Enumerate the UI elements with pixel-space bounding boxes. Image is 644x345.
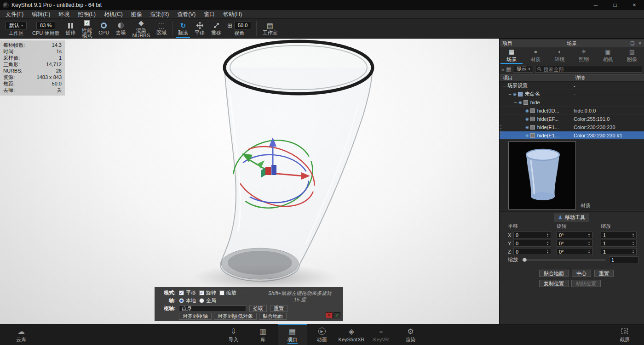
cancel-move-button[interactable]: × bbox=[326, 312, 333, 318]
workspace-selector[interactable]: 默认▾ 工作区 bbox=[3, 19, 29, 38]
tree-row-part[interactable]: ◉ hide(E1... Color:230:230:230 bbox=[500, 123, 644, 131]
menu-image[interactable]: 图像 bbox=[127, 11, 146, 18]
pause-button[interactable]: 暂停 bbox=[62, 19, 79, 38]
performance-mode-button[interactable]: ✓ 性能模式 bbox=[79, 19, 95, 38]
snap-to-ground-button[interactable]: 贴合地面 bbox=[259, 313, 287, 320]
copy-position-button[interactable]: 复制位置 bbox=[539, 280, 569, 287]
menu-camera[interactable]: 相机(C) bbox=[100, 11, 127, 18]
tree-row-model[interactable]: − ◉ 未命名 - bbox=[500, 90, 644, 98]
screenshot-button[interactable]: 截屏 bbox=[610, 324, 639, 345]
tab-material[interactable]: ● 材质 bbox=[523, 47, 547, 64]
align-to-pivot-button[interactable]: 对齐到枢轴 bbox=[179, 313, 212, 320]
tumble-button[interactable]: ↻ 翻滚 bbox=[175, 19, 191, 38]
animation-button[interactable]: ▶ 动画 bbox=[307, 324, 337, 345]
spinner-arrows-icon[interactable]: ▴▾ bbox=[631, 233, 635, 238]
slider-thumb[interactable] bbox=[523, 258, 527, 262]
spinner-arrows-icon[interactable]: ▴▾ bbox=[546, 233, 550, 238]
pivot-input[interactable] bbox=[179, 305, 246, 312]
rotate-z-input[interactable]: 0°▴▾ bbox=[557, 248, 592, 255]
visibility-eye-icon[interactable]: ◉ bbox=[513, 92, 517, 96]
panel-splitter-handle[interactable] bbox=[500, 125, 501, 135]
rotate-y-input[interactable]: 0°▴▾ bbox=[557, 240, 592, 247]
cpu-usage-selector[interactable]: 83 % CPU 使用量 bbox=[29, 19, 62, 38]
tree-row-part[interactable]: ◉ hide(0D... hide:0:0:0 bbox=[500, 107, 644, 115]
list-view-icon[interactable]: ▦ bbox=[506, 66, 511, 73]
expander-icon[interactable]: − bbox=[507, 91, 513, 97]
project-button[interactable]: ▤ 项目 bbox=[278, 324, 307, 345]
close-panel-icon[interactable]: × bbox=[638, 41, 641, 46]
pan-button[interactable]: 平移 bbox=[191, 19, 208, 38]
tab-environment[interactable]: ◐ 环境 bbox=[548, 47, 572, 64]
spinner-arrows-icon[interactable]: ▴▾ bbox=[587, 241, 591, 246]
rotate-checkbox[interactable]: ✓旋转 bbox=[199, 289, 216, 296]
menu-view[interactable]: 查看(V) bbox=[173, 11, 200, 18]
region-button[interactable]: 区域 bbox=[153, 19, 170, 38]
search-input[interactable] bbox=[543, 67, 640, 72]
scale-checkbox[interactable]: 缩放 bbox=[219, 289, 236, 296]
transform-gizmo[interactable] bbox=[209, 128, 338, 225]
tab-image[interactable]: ▨ 图像 bbox=[620, 47, 644, 64]
material-section-label[interactable]: 材质 bbox=[581, 202, 591, 209]
cpu-button[interactable]: CPU bbox=[95, 19, 112, 38]
visibility-eye-icon[interactable]: ◉ bbox=[518, 100, 522, 105]
center-button[interactable]: 中心 bbox=[572, 270, 591, 277]
global-radio[interactable]: 全局 bbox=[199, 297, 216, 304]
paste-position-button[interactable]: 粘贴位置 bbox=[571, 280, 601, 287]
confirm-move-button[interactable]: ✓ bbox=[334, 312, 340, 318]
tab-lighting[interactable]: ☀ 照明 bbox=[572, 47, 596, 64]
spinner-arrows-icon[interactable]: ▴▾ bbox=[546, 249, 550, 254]
rotate-x-input[interactable]: 0°▴▾ bbox=[557, 232, 592, 238]
spinner-arrows-icon[interactable]: ▴▾ bbox=[587, 249, 591, 254]
translate-z-input[interactable]: 0▴▾ bbox=[513, 248, 551, 255]
cloud-library-button[interactable]: ☁ 云库 bbox=[6, 324, 36, 345]
minimize-button[interactable]: ─ bbox=[586, 0, 605, 10]
scale-slider-value-input[interactable] bbox=[609, 256, 638, 263]
tab-camera[interactable]: ▣ 相机 bbox=[596, 47, 620, 64]
translate-y-input[interactable]: 0▴▾ bbox=[513, 240, 551, 247]
scale-slider[interactable] bbox=[522, 260, 605, 260]
spinner-arrows-icon[interactable]: ▴▾ bbox=[546, 241, 550, 246]
column-item[interactable]: 项目 bbox=[500, 74, 572, 81]
show-filter-button[interactable]: 显示 ▾ bbox=[513, 66, 533, 73]
denoise-button[interactable]: 去噪 bbox=[113, 19, 129, 38]
scale-z-input[interactable]: 1▴▾ bbox=[601, 248, 637, 255]
tree-row-scene-settings[interactable]: − 场景设置 - bbox=[500, 82, 644, 90]
reset-pivot-button[interactable]: 重置 bbox=[270, 305, 288, 312]
close-button[interactable]: × bbox=[625, 0, 644, 10]
render-nurbs-button[interactable]: ◆ 渲染NURBS bbox=[129, 19, 154, 38]
menu-environment[interactable]: 环境 bbox=[54, 11, 74, 18]
import-button[interactable]: ⇩ 导入 bbox=[219, 324, 248, 345]
menu-window[interactable]: 窗口 bbox=[200, 11, 219, 18]
column-detail[interactable]: 详情 bbox=[572, 74, 585, 81]
snap-to-ground-button[interactable]: 贴合地面 bbox=[539, 270, 569, 277]
tree-row-part[interactable]: ◉ hide(EF... Color:255:191:0 bbox=[500, 115, 644, 123]
reset-button[interactable]: 重置 bbox=[594, 270, 614, 277]
tree-row-group[interactable]: − ◉ hide bbox=[500, 98, 644, 107]
tab-scene[interactable]: ▦ 场景 bbox=[500, 47, 523, 64]
move-tool-header-button[interactable]: ♟ 移动工具 bbox=[554, 214, 589, 221]
selection-preview-thumbnail[interactable] bbox=[508, 141, 576, 209]
keyshotxr-button[interactable]: ◈ KeyShotXR bbox=[337, 324, 367, 345]
visibility-eye-icon[interactable]: ◉ bbox=[525, 125, 529, 130]
maximize-button[interactable]: □ bbox=[605, 0, 625, 10]
align-to-lower-button[interactable]: 对齐到较低对象 bbox=[214, 313, 257, 320]
translate-x-input[interactable]: 0▴▾ bbox=[513, 232, 551, 238]
visibility-eye-icon[interactable]: ◉ bbox=[525, 108, 529, 113]
visibility-eye-icon[interactable]: ◉ bbox=[525, 117, 529, 121]
spinner-arrows-icon[interactable]: ▴▾ bbox=[631, 249, 635, 254]
menu-file[interactable]: 文件(F) bbox=[1, 11, 28, 18]
menu-render[interactable]: 渲染(R) bbox=[146, 11, 173, 18]
scale-y-input[interactable]: 1▴▾ bbox=[601, 240, 637, 247]
render-button[interactable]: ⚙ 渲染 bbox=[396, 324, 425, 345]
expander-icon[interactable]: − bbox=[501, 83, 507, 89]
viewport-3d[interactable]: 每秒帧数:14.3 时间:1s 采样值:1 三角形:14,712 NURBS:2… bbox=[0, 39, 499, 324]
dolly-button[interactable]: 推移 bbox=[208, 19, 224, 38]
fov-control[interactable]: ⊞50.0 视角 bbox=[224, 19, 254, 38]
spinner-arrows-icon[interactable]: ▴▾ bbox=[587, 233, 591, 238]
studio-button[interactable]: ▤ 工作室 bbox=[259, 19, 281, 38]
menu-edit[interactable]: 编辑(E) bbox=[28, 11, 54, 18]
library-button[interactable]: ▥ 库 bbox=[248, 324, 278, 345]
visibility-eye-icon[interactable]: ◉ bbox=[525, 133, 529, 138]
translate-checkbox[interactable]: ✓平移 bbox=[179, 289, 196, 296]
float-panel-icon[interactable]: ❏ bbox=[630, 41, 634, 46]
